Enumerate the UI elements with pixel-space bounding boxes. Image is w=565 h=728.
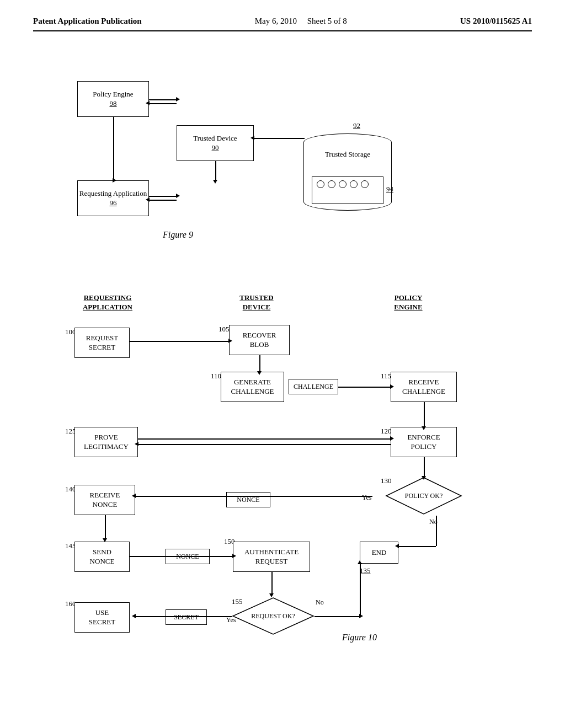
authenticate-request-box: AUTHENTICATEREQUEST [233,542,310,572]
keys-box [312,176,383,204]
secret-label-box: SECRET [166,609,207,625]
arrow-rc-to-ep [424,402,425,427]
key-circle-2 [328,180,335,188]
arrow-pe-down [113,117,114,180]
arrow-rb-to-gc [259,355,260,372]
arrow-pe-to-td [149,99,177,100]
num-155: 155 [232,597,243,606]
send-nonce-box: SENDNONCE [74,542,130,572]
col-label-trusted-device: TRUSTEDDEVICE [221,293,292,312]
figure10: REQUESTINGAPPLICATION TRUSTEDDEVICE POLI… [33,291,532,710]
request-secret-box: REQUESTSECRET [74,328,130,358]
policy-ok-label: POLICY OK? [405,492,443,500]
generate-challenge-label: GENERATECHALLENGE [231,378,274,397]
arrow-ts-to-td [254,138,305,139]
arrow-sn-to-ar [130,556,233,557]
arrow-pl-to-ep [138,438,391,440]
arrow-rok-yes-to-us [135,616,232,617]
enforce-policy-box: ENFORCEPOLICY [391,427,457,457]
prove-legitimacy-label: PROVELEGITIMACY [84,433,129,452]
keys-num: 94 [386,185,393,194]
header-sheet: Sheet 5 of 8 [307,17,347,25]
receive-challenge-box: RECEIVECHALLENGE [391,372,457,402]
enforce-policy-label: ENFORCEPOLICY [407,433,440,452]
arrow-ep-to-pl [138,444,391,445]
recover-blob-label: RECOVERBLOB [243,331,276,350]
key-circle-1 [317,180,324,188]
end-box: END [360,542,398,564]
prove-legitimacy-box: PROVELEGITIMACY [74,427,138,457]
policy-ok-diamond: POLICY OK? [385,477,462,515]
arrow-rok-no-up [360,564,361,616]
trusted-device-box: Trusted Device 90 [177,125,254,161]
receive-nonce-label: RECEIVENONCE [90,491,120,510]
send-nonce-label: SENDNONCE [90,548,115,566]
trusted-device-num: 90 [212,143,219,153]
num-115: 115 [381,372,391,381]
num-105: 105 [218,325,230,334]
arrow-td-to-pe [149,103,177,104]
request-ok-diamond: REQUEST OK? [232,597,315,635]
end-label: END [372,548,387,558]
arrow-pok-yes-to-rn [135,496,372,497]
request-secret-label: REQUESTSECRET [86,334,119,352]
header-left: Patent Application Publication [33,17,142,26]
yes-policy-ok: Yes [362,494,371,502]
col-label-requesting-app: REQUESTINGAPPLICATION [74,293,141,312]
request-ok-label: REQUEST OK? [251,612,295,620]
trusted-storage-num: 92 [353,121,360,130]
receive-nonce-box: RECEIVENONCE [74,485,135,515]
nonce-label-box: NONCE [226,492,270,507]
receive-challenge-label: RECEIVECHALLENGE [402,378,445,397]
key-circle-5 [361,180,369,188]
arrow-pok-no-down [436,516,437,546]
header-date: May 6, 2010 [255,17,297,25]
use-secret-box: USESECRET [74,602,130,633]
recover-blob-box: RECOVERBLOB [229,325,290,355]
arrow-challenge-right [338,387,391,388]
num-120: 120 [381,427,392,436]
arrow-rok-no-right [315,616,360,617]
arrow-ep-to-pok [424,457,425,477]
header-center: May 6, 2010 Sheet 5 of 8 [255,17,347,26]
arrow-ra-to-td [149,196,177,197]
header-right: US 2010/0115625 A1 [460,17,532,26]
num-130: 130 [381,477,392,485]
requesting-app-box: Requesting Application 96 [77,180,149,216]
arrow-rs-to-rb [130,341,229,342]
figure9-label: Figure 9 [163,230,193,240]
key-circle-4 [350,180,358,188]
figure9: Policy Engine 98 Trusted Device 90 Reque… [33,48,532,280]
use-secret-label: USESECRET [89,608,115,627]
policy-engine-box: Policy Engine 98 [77,81,149,117]
arrow-td-to-ra [149,200,177,201]
page-header: Patent Application Publication May 6, 20… [33,17,532,31]
trusted-storage-label: Trusted Storage [303,150,392,159]
requesting-app-label: Requesting Application [79,189,147,199]
arrow-td-down [215,161,216,180]
policy-engine-num: 98 [110,99,117,109]
num-135: 135 [360,566,371,575]
key-circle-3 [339,180,347,188]
yes-request-ok: Yes [226,616,236,624]
num-110: 110 [211,372,221,381]
page: Patent Application Publication May 6, 20… [0,0,565,728]
authenticate-request-label: AUTHENTICATEREQUEST [244,548,299,566]
col-label-policy-engine: POLICYENGINE [375,293,441,312]
generate-challenge-box: GENERATECHALLENGE [221,372,284,402]
no-request-ok: No [316,598,324,607]
arrow-ar-down [271,572,273,594]
trusted-device-label: Trusted Device [193,134,237,143]
requesting-app-num: 96 [110,199,117,208]
figure10-label: Figure 10 [342,633,377,643]
policy-engine-label: Policy Engine [93,90,133,99]
challenge-label-box: CHALLENGE [289,379,338,394]
arrow-pok-no-to-end [398,546,436,547]
arrow-rn-to-sn [105,515,106,539]
